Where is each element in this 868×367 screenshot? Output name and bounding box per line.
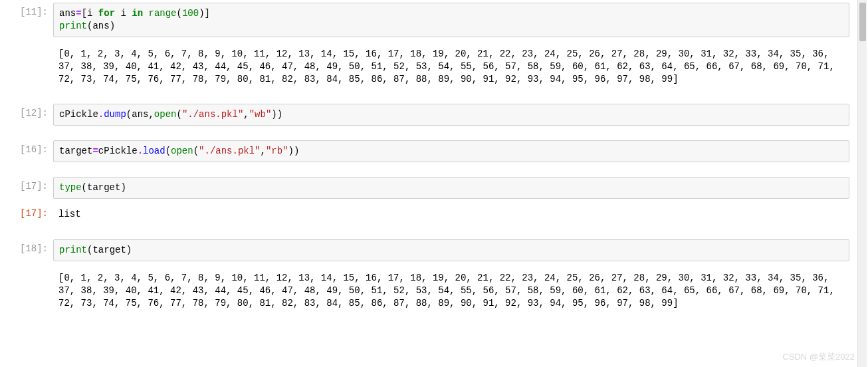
cell-content: target=cPickle.load(open("./ans.pkl","rb…	[53, 140, 849, 162]
code-token: i	[120, 8, 126, 19]
notebook-container: [11]:ans=[i for i in range(100)] print(a…	[0, 0, 849, 316]
code-token: for	[98, 8, 115, 19]
code-token: target	[59, 146, 92, 156]
code-token: open	[154, 109, 177, 120]
cell-content: [0, 1, 2, 3, 4, 5, 6, 7, 8, 9, 10, 11, 1…	[53, 268, 849, 314]
code-token: ]	[205, 8, 210, 19]
code-token: )	[120, 182, 126, 193]
cell-content: print(target)	[53, 239, 849, 261]
code-token: (	[193, 146, 199, 156]
code-token: =	[76, 8, 81, 19]
code-token: )	[110, 21, 115, 31]
code-token	[92, 8, 98, 19]
code-token: )	[294, 146, 299, 156]
code-token: "./ans.pkl"	[199, 146, 260, 156]
code-token: "./ans.pkl"	[182, 109, 243, 120]
output-text: [0, 1, 2, 3, 4, 5, 6, 7, 8, 9, 10, 11, 1…	[53, 268, 849, 314]
code-token: =	[92, 146, 98, 156]
code-token: )	[277, 109, 282, 120]
code-token: dump	[104, 109, 126, 120]
cell-prompt: [12]:	[0, 104, 53, 126]
cell-content: list	[53, 204, 849, 225]
code-token: cPickle	[98, 146, 138, 156]
code-token: (	[165, 146, 171, 156]
code-token: "rb"	[266, 146, 288, 156]
code-cell: [11]:ans=[i for i in range(100)] print(a…	[0, 0, 849, 40]
code-token: .	[98, 109, 104, 120]
cell-content: [0, 1, 2, 3, 4, 5, 6, 7, 8, 9, 10, 11, 1…	[53, 44, 849, 90]
code-token: load	[143, 146, 165, 156]
cell-prompt	[0, 268, 53, 314]
code-token: ans	[132, 109, 148, 120]
code-token: ,	[243, 109, 249, 120]
code-input[interactable]: target=cPickle.load(open("./ans.pkl","rb…	[53, 140, 849, 162]
cell-content: cPickle.dump(ans,open("./ans.pkl","wb"))	[53, 104, 849, 126]
code-cell: [18]:print(target)	[0, 237, 849, 264]
code-token	[143, 8, 148, 19]
cell-prompt	[0, 44, 53, 90]
output-text: list	[53, 204, 849, 225]
cell-content: type(target)	[53, 177, 849, 199]
cell-prompt: [16]:	[0, 140, 53, 162]
code-token: target	[87, 182, 120, 193]
code-input[interactable]: type(target)	[53, 177, 849, 199]
output-cell: [17]:list	[0, 201, 849, 227]
code-token: "wb"	[249, 109, 272, 120]
code-token: )	[199, 8, 204, 19]
code-token: (	[176, 109, 181, 120]
code-token: ans	[59, 8, 76, 19]
code-token: (	[126, 109, 132, 120]
code-token: target	[92, 245, 126, 255]
code-token: range	[149, 8, 177, 19]
code-token: in	[132, 8, 143, 19]
scrollbar-thumb[interactable]	[859, 3, 866, 41]
code-input[interactable]: cPickle.dump(ans,open("./ans.pkl","wb"))	[53, 104, 849, 126]
output-text: [0, 1, 2, 3, 4, 5, 6, 7, 8, 9, 10, 11, 1…	[53, 44, 849, 90]
code-token: 100	[182, 8, 199, 19]
code-cell: [16]:target=cPickle.load(open("./ans.pkl…	[0, 138, 849, 165]
code-token: (	[82, 182, 87, 193]
code-input[interactable]: ans=[i for i in range(100)] print(ans)	[53, 3, 849, 37]
cell-prompt: [17]:	[0, 204, 53, 225]
code-token: cPickle	[59, 109, 98, 120]
code-token: ,	[261, 146, 266, 156]
code-token: type	[59, 182, 82, 193]
output-cell: [0, 1, 2, 3, 4, 5, 6, 7, 8, 9, 10, 11, 1…	[0, 265, 849, 316]
code-token: print	[59, 21, 87, 31]
code-token: [	[82, 8, 87, 19]
code-token: )	[288, 146, 294, 156]
code-token: open	[171, 146, 193, 156]
code-token: ,	[148, 109, 154, 120]
code-token: (	[177, 8, 182, 19]
code-input[interactable]: print(target)	[53, 239, 849, 261]
code-token: ans	[92, 21, 109, 31]
cell-content: ans=[i for i in range(100)] print(ans)	[53, 3, 849, 37]
cell-prompt: [18]:	[0, 239, 53, 261]
code-cell: [17]:type(target)	[0, 174, 849, 201]
vertical-scrollbar[interactable]	[857, 0, 867, 367]
cell-prompt: [11]:	[0, 3, 53, 37]
code-token: .	[138, 146, 143, 156]
code-token: )	[126, 245, 132, 255]
watermark-text: CSDN @菜菜2022	[782, 351, 855, 363]
code-token: print	[59, 245, 87, 255]
code-token: )	[271, 109, 276, 120]
cell-prompt: [17]:	[0, 177, 53, 199]
output-cell: [0, 1, 2, 3, 4, 5, 6, 7, 8, 9, 10, 11, 1…	[0, 41, 849, 92]
code-cell: [12]:cPickle.dump(ans,open("./ans.pkl","…	[0, 101, 849, 128]
